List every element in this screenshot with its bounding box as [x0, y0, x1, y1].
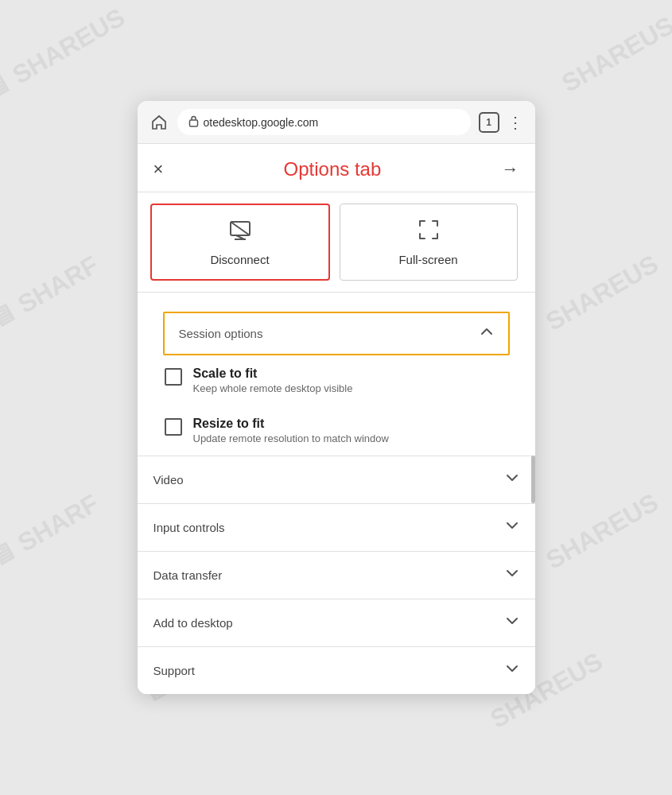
support-label: Support: [153, 664, 196, 677]
tab-count[interactable]: 1: [479, 112, 499, 133]
address-bar[interactable]: otedesktop.google.com: [177, 109, 471, 135]
disconnect-icon: [228, 218, 252, 246]
data-transfer-section[interactable]: Data transfer: [138, 551, 535, 599]
scale-to-fit-checkbox[interactable]: [165, 368, 182, 386]
data-transfer-chevron: [505, 566, 519, 584]
home-icon[interactable]: [149, 112, 169, 133]
session-options-container: Session options Scale to fit Keep whole …: [138, 293, 535, 456]
svg-line-2: [231, 222, 250, 235]
address-text: otedesktop.google.com: [204, 116, 319, 129]
content-area: Session options Scale to fit Keep whole …: [138, 293, 535, 694]
action-buttons: Disconnect Full-screen: [138, 192, 535, 293]
forward-button[interactable]: →: [501, 161, 519, 178]
browser-bar: otedesktop.google.com 1 ⋮: [138, 101, 535, 144]
panel-header: × Options tab →: [138, 144, 535, 192]
resize-to-fit-text: Resize to fit Update remote resolution t…: [193, 417, 389, 444]
video-chevron: [505, 471, 519, 489]
add-to-desktop-section[interactable]: Add to desktop: [138, 599, 535, 646]
scale-to-fit-option: Scale to fit Keep whole remote desktop v…: [150, 355, 522, 405]
disconnect-label: Disconnect: [210, 253, 269, 266]
input-controls-section[interactable]: Input controls: [138, 503, 535, 551]
input-controls-label: Input controls: [153, 521, 225, 534]
resize-to-fit-title: Resize to fit: [193, 417, 389, 431]
add-to-desktop-label: Add to desktop: [153, 616, 233, 630]
video-section[interactable]: Video: [138, 456, 535, 503]
phone-container: otedesktop.google.com 1 ⋮ × Options tab …: [138, 101, 535, 694]
fullscreen-button[interactable]: Full-screen: [340, 204, 518, 281]
scrollbar[interactable]: [531, 456, 535, 503]
session-options-header[interactable]: Session options: [163, 312, 510, 355]
scale-to-fit-title: Scale to fit: [193, 366, 353, 381]
resize-to-fit-desc: Update remote resolution to match window: [193, 432, 389, 444]
panel-title: Options tab: [284, 158, 382, 180]
fullscreen-icon: [417, 218, 441, 246]
resize-to-fit-checkbox[interactable]: [165, 418, 182, 436]
resize-to-fit-option: Resize to fit Update remote resolution t…: [150, 405, 522, 456]
support-section[interactable]: Support: [138, 646, 535, 694]
disconnect-button[interactable]: Disconnect: [150, 204, 330, 281]
options-panel: × Options tab → Disconnect: [138, 144, 535, 694]
data-transfer-label: Data transfer: [153, 568, 223, 582]
scale-to-fit-desc: Keep whole remote desktop visible: [193, 382, 353, 394]
session-options-chevron-up: [480, 324, 494, 343]
fullscreen-label: Full-screen: [398, 253, 457, 266]
browser-menu-icon[interactable]: ⋮: [507, 113, 524, 132]
session-options-label: Session options: [179, 327, 263, 340]
add-to-desktop-chevron: [505, 614, 519, 632]
video-label: Video: [153, 473, 184, 487]
input-controls-chevron: [505, 518, 519, 537]
lock-icon: [188, 114, 199, 130]
svg-rect-0: [189, 120, 197, 126]
close-button[interactable]: ×: [153, 161, 164, 178]
scale-to-fit-text: Scale to fit Keep whole remote desktop v…: [193, 366, 353, 394]
support-chevron: [505, 661, 519, 680]
scroll-container: Video Input controls: [138, 456, 535, 694]
